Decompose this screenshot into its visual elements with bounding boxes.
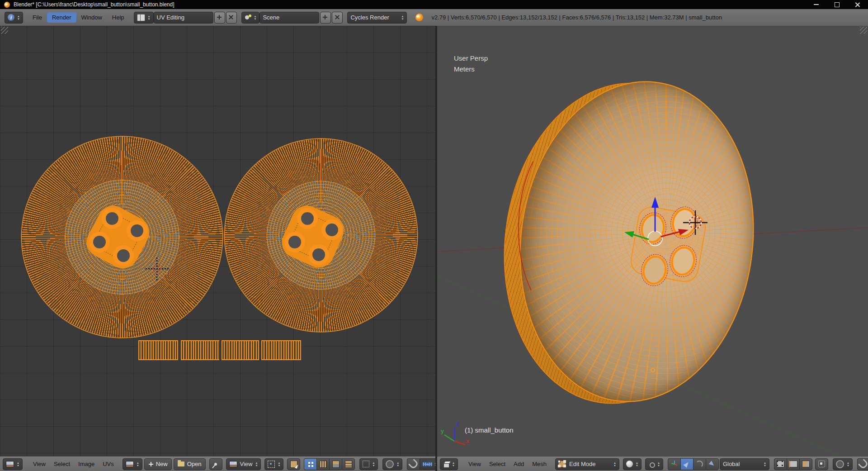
updown-arrows-icon [847, 461, 849, 467]
image-icon [126, 461, 134, 467]
edge-mode-button[interactable] [787, 458, 799, 470]
uv-sync-selection-toggle[interactable] [287, 458, 300, 470]
menu-window[interactable]: Window [76, 12, 107, 23]
scene-name[interactable]: Scene [259, 12, 319, 24]
restore-icon [835, 2, 840, 7]
manipulator-scale-button[interactable] [706, 458, 719, 470]
uv-select-island-button[interactable] [342, 458, 355, 470]
image-datablock-dropdown[interactable] [123, 458, 142, 470]
delete-layout-button[interactable] [226, 12, 237, 24]
screen-layout-icon-dropdown[interactable] [134, 12, 154, 24]
restore-button[interactable] [826, 0, 847, 9]
uv-menu-view[interactable]: View [29, 459, 50, 469]
uv-strip-4[interactable] [261, 340, 301, 360]
uv-selection-mode-group [304, 458, 355, 470]
uv-strip-1[interactable] [138, 340, 178, 360]
editor-type-info-dropdown[interactable] [5, 12, 23, 24]
vertex-mode-icon [777, 461, 784, 467]
axis-z-label: z [456, 421, 459, 427]
menu-render[interactable]: Render [47, 12, 76, 23]
viewport-shading-dropdown[interactable] [623, 458, 642, 470]
updown-arrows-icon [657, 461, 660, 467]
area-resize-corner-icon[interactable] [860, 27, 867, 34]
updown-arrows-icon [137, 461, 139, 467]
view-name-label: User Persp [454, 54, 488, 62]
vp-menu-mesh[interactable]: Mesh [528, 459, 551, 469]
uv-menu-image[interactable]: Image [74, 459, 99, 469]
updown-arrows-icon [17, 15, 20, 20]
translate-icon [684, 461, 690, 468]
info-header: File Render Window Help UV Editing Scene… [0, 9, 868, 26]
sticky-selection-icon [363, 461, 369, 467]
add-layout-button[interactable] [214, 12, 225, 24]
vp-menu-add[interactable]: Add [509, 459, 528, 469]
vp-proportional-edit-dropdown[interactable] [833, 458, 853, 470]
uv-editor-type-dropdown[interactable] [3, 458, 23, 470]
uv-pivot-dropdown[interactable] [264, 458, 283, 470]
blender-version-icon [415, 14, 423, 21]
uv-select-face-button[interactable] [329, 458, 342, 470]
vp-snap-toggle[interactable] [857, 458, 868, 470]
face-mode-icon [802, 461, 810, 467]
uv-select-edge-button[interactable] [316, 458, 329, 470]
vp-menu-view[interactable]: View [464, 459, 485, 469]
delete-scene-button[interactable] [332, 12, 343, 24]
manipulator-rotate-button[interactable] [693, 458, 706, 470]
viewport-canvas[interactable]: User Persp Meters F M FRANCESCO MILANESE… [437, 26, 868, 456]
button-model-mesh[interactable] [502, 67, 772, 415]
manipulator-translate-button[interactable] [680, 458, 693, 470]
area-resize-corner-icon[interactable] [1, 27, 8, 34]
sticky-selection-dropdown[interactable] [359, 458, 378, 470]
render-engine-dropdown[interactable]: Cycles Render [347, 12, 407, 24]
scene-icon-dropdown[interactable] [241, 12, 260, 24]
vp-menu-select[interactable]: Select [485, 459, 509, 469]
updown-arrows-icon [255, 461, 258, 467]
face-mode-button[interactable] [799, 458, 812, 470]
active-object-info: (1) small_button [465, 426, 514, 434]
image-open-button[interactable]: Open [174, 458, 206, 470]
vp-snap-group [857, 458, 868, 470]
edge-select-icon [320, 461, 327, 468]
updown-arrows-icon [278, 461, 280, 467]
uv-proportional-edit-dropdown[interactable] [382, 458, 402, 470]
uv-snap-toggle[interactable] [407, 458, 420, 470]
pivot-point-dropdown[interactable] [645, 458, 663, 470]
title-bar: Blender* [C:\Users\franc\Desktop\small_b… [0, 0, 868, 9]
blender-window: Blender* [C:\Users\franc\Desktop\small_b… [0, 0, 868, 471]
add-scene-button[interactable] [320, 12, 331, 24]
mode-dropdown[interactable]: Edit Mode [555, 458, 619, 470]
uv-menu-uvs[interactable]: UVs [99, 459, 118, 469]
close-button[interactable] [847, 0, 868, 9]
occlude-geometry-icon [818, 461, 825, 467]
edge-mode-icon [789, 461, 797, 467]
scale-icon [709, 461, 716, 467]
viewport-header: View Select Add Mesh Edit Mode [437, 456, 868, 471]
manipulator-toggle-button[interactable] [668, 458, 680, 470]
menu-help[interactable]: Help [107, 12, 129, 23]
uv-editor-canvas[interactable] [0, 26, 435, 456]
uv-2d-cursor [143, 255, 170, 282]
screen-layout-name[interactable]: UV Editing [154, 12, 213, 24]
manipulator-group [668, 458, 719, 470]
blender-logo-icon [4, 2, 10, 8]
vertex-mode-button[interactable] [774, 458, 787, 470]
uv-strip-3[interactable] [222, 340, 259, 360]
uv-select-vertex-button[interactable] [304, 458, 316, 470]
updown-arrows-icon [764, 461, 766, 467]
uv-strip-2[interactable] [181, 340, 219, 360]
shading-solid-icon [626, 461, 633, 467]
plus-icon [148, 461, 154, 467]
menu-file[interactable]: File [28, 12, 47, 23]
display-channels-dropdown[interactable]: View [226, 458, 261, 470]
transform-orientation-dropdown[interactable]: Global [720, 458, 769, 470]
minimize-button[interactable] [806, 0, 826, 9]
proportional-edit-icon [386, 460, 394, 468]
image-pin-button[interactable] [209, 458, 222, 470]
uv-front-hole-cluster [22, 137, 222, 338]
limit-selection-visible-button[interactable] [815, 458, 828, 470]
updown-arrows-icon [452, 461, 455, 467]
image-new-button[interactable]: New [144, 458, 172, 470]
viewport-editor-type-dropdown[interactable] [440, 458, 458, 470]
uv-menu-select[interactable]: Select [50, 459, 74, 469]
manipulator-axis-icon [671, 461, 678, 467]
